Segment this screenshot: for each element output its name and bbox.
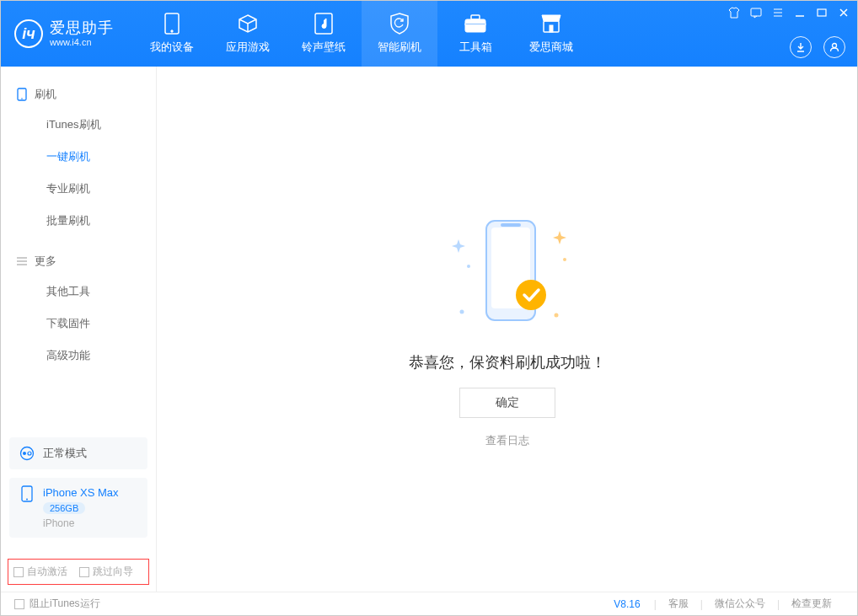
device-info: iPhone XS Max 256GB iPhone — [43, 486, 119, 529]
success-illustration — [440, 211, 575, 337]
checkbox-icon — [14, 599, 24, 609]
svg-point-10 — [833, 44, 837, 48]
section-title: 刷机 — [35, 87, 56, 102]
svg-point-17 — [26, 499, 28, 501]
list-icon — [16, 255, 28, 267]
logo-block: iч 爱思助手 www.i4.cn — [14, 1, 134, 67]
music-file-icon — [313, 13, 335, 35]
svg-point-15 — [28, 452, 31, 455]
sidebar-section-more: 更多 — [1, 247, 156, 276]
window-controls — [727, 6, 850, 19]
sidebar-item-batch-flash[interactable]: 批量刷机 — [1, 205, 156, 237]
nav-store[interactable]: 爱思商城 — [513, 1, 589, 67]
svg-point-12 — [21, 98, 23, 99]
ok-button[interactable]: 确定 — [459, 388, 555, 418]
body: 刷机 iTunes刷机 一键刷机 专业刷机 批量刷机 更多 其他工具 下载固件 … — [1, 67, 857, 592]
svg-rect-24 — [501, 223, 521, 227]
nav-apps-games[interactable]: 应用游戏 — [210, 1, 286, 67]
device-name: iPhone XS Max — [43, 486, 119, 499]
mode-card[interactable]: 正常模式 — [9, 437, 147, 469]
sidebar-section-flash: 刷机 — [1, 80, 156, 109]
nav-label: 智能刷机 — [378, 40, 421, 55]
nav-toolbox[interactable]: 工具箱 — [437, 1, 513, 67]
minimize-icon[interactable] — [793, 6, 807, 19]
checkbox-skip-wizard[interactable]: 跳过向导 — [79, 565, 133, 579]
device-card[interactable]: iPhone XS Max 256GB iPhone — [9, 478, 147, 538]
view-log-link[interactable]: 查看日志 — [485, 433, 529, 448]
checkbox-label: 自动激活 — [27, 565, 67, 579]
device-type: iPhone — [43, 517, 119, 529]
device-storage-badge: 256GB — [43, 502, 85, 514]
checkbox-label: 跳过向导 — [93, 565, 133, 579]
device-phone-icon — [19, 486, 35, 501]
svg-rect-3 — [465, 19, 485, 32]
sidebar-item-advanced[interactable]: 高级功能 — [1, 340, 156, 372]
skin-icon[interactable] — [727, 6, 741, 19]
mode-icon — [19, 446, 35, 461]
checkbox-auto-activate[interactable]: 自动激活 — [13, 565, 67, 579]
svg-rect-9 — [818, 9, 826, 16]
store-icon — [540, 13, 562, 35]
success-message: 恭喜您，保资料刷机成功啦！ — [409, 352, 606, 372]
mode-label: 正常模式 — [43, 446, 87, 461]
footer-link-update[interactable]: 检查更新 — [780, 597, 844, 611]
menu-icon[interactable] — [771, 6, 785, 19]
logo-text: 爱思助手 www.i4.cn — [50, 20, 114, 47]
close-icon[interactable] — [837, 6, 850, 19]
svg-rect-7 — [550, 25, 553, 32]
header-actions — [790, 36, 845, 58]
sidebar-item-oneclick-flash[interactable]: 一键刷机 — [1, 141, 156, 173]
svg-rect-5 — [465, 24, 485, 25]
svg-point-1 — [171, 30, 173, 32]
svg-point-19 — [459, 309, 464, 313]
toolbox-icon — [464, 13, 486, 35]
device-icon — [161, 13, 183, 35]
nav-label: 工具箱 — [459, 40, 492, 55]
nav-my-device[interactable]: 我的设备 — [134, 1, 210, 67]
highlighted-checkbox-row: 自动激活 跳过向导 — [8, 559, 149, 585]
download-icon[interactable] — [790, 36, 812, 58]
checkbox-icon — [13, 567, 24, 577]
svg-point-14 — [23, 452, 26, 455]
nav-label: 应用游戏 — [226, 40, 270, 55]
shield-refresh-icon — [389, 13, 410, 35]
svg-point-20 — [563, 258, 566, 261]
sidebar-item-download-firmware[interactable]: 下载固件 — [1, 308, 156, 340]
svg-point-21 — [554, 313, 558, 317]
feedback-icon[interactable] — [749, 6, 763, 19]
svg-point-18 — [467, 265, 470, 268]
footer-right: V8.16 | 客服 | 微信公众号 | 检查更新 — [614, 597, 844, 611]
checkbox-icon — [79, 567, 89, 577]
sidebar-item-pro-flash[interactable]: 专业刷机 — [1, 173, 156, 205]
svg-rect-4 — [471, 15, 480, 19]
footer-link-wechat[interactable]: 微信公众号 — [703, 597, 777, 611]
svg-rect-8 — [751, 8, 761, 16]
svg-point-25 — [516, 280, 546, 310]
nav-smart-flash[interactable]: 智能刷机 — [362, 1, 437, 67]
logo-icon: iч — [14, 19, 43, 48]
sidebar: 刷机 iTunes刷机 一键刷机 专业刷机 批量刷机 更多 其他工具 下载固件 … — [1, 67, 157, 592]
app-header: iч 爱思助手 www.i4.cn 我的设备 应用游戏 铃声壁纸 — [1, 1, 857, 67]
main-nav: 我的设备 应用游戏 铃声壁纸 智能刷机 工具箱 — [134, 1, 589, 67]
maximize-icon[interactable] — [815, 6, 829, 19]
phone-icon — [16, 88, 28, 100]
app-url: www.i4.cn — [50, 37, 114, 47]
app-name: 爱思助手 — [50, 20, 114, 37]
nav-label: 铃声壁纸 — [302, 40, 346, 55]
version-label: V8.16 — [614, 598, 640, 610]
checkbox-block-itunes[interactable]: 阻止iTunes运行 — [14, 597, 100, 611]
nav-ringtones[interactable]: 铃声壁纸 — [286, 1, 362, 67]
sidebar-item-other-tools[interactable]: 其他工具 — [1, 276, 156, 308]
sidebar-item-itunes-flash[interactable]: iTunes刷机 — [1, 109, 156, 141]
status-bar: 阻止iTunes运行 V8.16 | 客服 | 微信公众号 | 检查更新 — [1, 592, 857, 615]
footer-link-support[interactable]: 客服 — [657, 597, 700, 611]
main-content: 恭喜您，保资料刷机成功啦！ 确定 查看日志 — [157, 67, 857, 592]
sidebar-bottom: 正常模式 iPhone XS Max 256GB iPhone — [9, 437, 147, 546]
cube-icon — [237, 13, 259, 35]
nav-label: 爱思商城 — [529, 40, 573, 55]
section-title: 更多 — [35, 254, 56, 269]
user-icon[interactable] — [823, 36, 845, 58]
nav-label: 我的设备 — [150, 40, 194, 55]
checkbox-label: 阻止iTunes运行 — [29, 597, 100, 611]
